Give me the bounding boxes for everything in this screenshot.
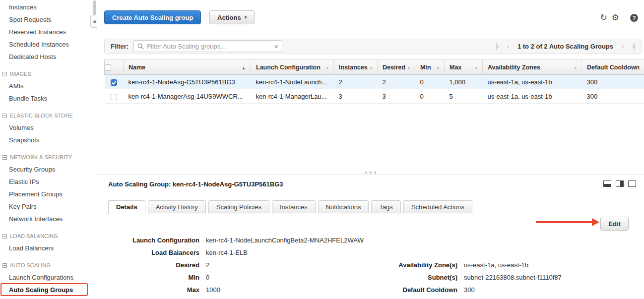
sort-icon: ▾ xyxy=(437,66,439,70)
sidebar-item-volumes[interactable]: Volumes xyxy=(0,121,97,134)
cell-name[interactable]: ken-rc4-1-NodeAsg-G5TU3P561BG3 xyxy=(124,75,251,89)
section-collapse-icon[interactable] xyxy=(2,263,7,268)
tab-notifications[interactable]: Notifications xyxy=(318,200,369,213)
next-page-button[interactable]: › xyxy=(622,42,624,50)
sidebar-item-dedicated-hosts[interactable]: Dedicated Hosts xyxy=(0,51,97,63)
sidebar-section-images[interactable]: IMAGES xyxy=(0,68,97,80)
clear-filter-icon[interactable]: × xyxy=(274,43,278,50)
column-header-max[interactable]: ▾Max xyxy=(445,60,483,75)
filter-input[interactable] xyxy=(147,43,271,50)
sidebar-section-network-security[interactable]: NETWORK & SECURITY xyxy=(0,151,97,163)
tab-scaling-policies[interactable]: Scaling Policies xyxy=(208,200,269,213)
tab-instances[interactable]: Instances xyxy=(272,200,316,213)
cell-desired[interactable]: 2 xyxy=(378,75,415,89)
full-view-icon[interactable] xyxy=(628,180,636,187)
cell-instances[interactable]: 2 xyxy=(334,75,378,89)
sidebar-item-reserved-instances[interactable]: Reserved Instances xyxy=(0,26,97,38)
sidebar-section-elastic-block-store[interactable]: ELASTIC BLOCK STORE xyxy=(0,110,97,121)
select-all-cell[interactable] xyxy=(105,60,124,75)
cell-launch-configuration[interactable]: ken-rc4-1-NodeLaunch... xyxy=(251,75,334,89)
field-label: Subnet(s) xyxy=(385,271,457,284)
field-label: Default Cooldown xyxy=(385,284,457,296)
split-right-view-icon[interactable] xyxy=(616,180,624,187)
sort-icon: ▾ xyxy=(575,66,577,70)
actions-button[interactable]: Actions ▾ xyxy=(209,10,255,24)
sidebar-item-network-interfaces[interactable]: Network Interfaces xyxy=(0,213,97,225)
refresh-icon[interactable]: ↻ xyxy=(600,13,607,22)
split-bottom-view-icon[interactable] xyxy=(603,180,611,187)
edit-button[interactable]: Edit xyxy=(600,217,629,231)
settings-gear-icon[interactable]: ⚙ xyxy=(612,13,619,22)
help-icon[interactable]: ? xyxy=(630,14,638,22)
sidebar-item-amis[interactable]: AMIs xyxy=(0,80,97,92)
sidebar-item-elastic-ips[interactable]: Elastic IPs xyxy=(0,176,97,188)
sidebar-item-load-balancers[interactable]: Load Balancers xyxy=(0,242,97,254)
sidebar: Instances Spot Requests Reserved Instanc… xyxy=(0,0,97,299)
cell-launch-configuration[interactable]: ken-rc4-1-ManagerLau... xyxy=(251,89,334,104)
tab-details[interactable]: Details xyxy=(108,200,145,214)
first-page-button[interactable]: |‹ xyxy=(496,42,499,50)
cell-min[interactable]: 0 xyxy=(415,75,445,89)
row-select-cell[interactable] xyxy=(105,75,124,89)
row-checkbox[interactable] xyxy=(111,94,117,100)
column-label: Default Cooldown xyxy=(587,64,640,71)
section-collapse-icon[interactable] xyxy=(2,72,7,76)
sidebar-item-launch-configurations[interactable]: Launch Configurations xyxy=(0,271,97,284)
cell-name[interactable]: ken-rc4-1-ManagerAsg-14US9WWCR... xyxy=(124,89,251,104)
section-collapse-icon[interactable] xyxy=(2,155,7,160)
cell-instances[interactable]: 3 xyxy=(334,89,378,104)
sidebar-item-placement-groups[interactable]: Placement Groups xyxy=(0,188,97,200)
tab-activity-history[interactable]: Activity History xyxy=(148,200,206,213)
tab-tags[interactable]: Tags xyxy=(371,200,400,213)
column-header-launch-configuration[interactable]: ▾Launch Configuration xyxy=(251,60,334,75)
details-fields: Launch Configuration ken-rc4-1-NodeLaunc… xyxy=(108,234,562,299)
sort-icon: ▾ xyxy=(408,66,410,70)
column-header-availability-zones[interactable]: ▾Availability Zones xyxy=(483,60,582,75)
row-select-cell[interactable] xyxy=(105,89,124,104)
table-row-node-asg[interactable]: ken-rc4-1-NodeAsg-G5TU3P561BG3 ken-rc4-1… xyxy=(105,75,644,89)
field-label xyxy=(385,234,457,246)
column-header-default-cooldown[interactable]: Default Cooldown xyxy=(582,60,644,75)
splitter-drag-handle[interactable] xyxy=(362,171,379,175)
cell-max[interactable]: 5 xyxy=(445,89,483,104)
sort-icon: ▾ xyxy=(370,66,372,70)
filter-label: Filter: xyxy=(111,43,129,50)
create-auto-scaling-group-button[interactable]: Create Auto Scaling group xyxy=(104,10,201,24)
previous-page-button[interactable]: ‹ xyxy=(507,42,509,50)
sidebar-item-auto-scaling-groups[interactable]: Auto Scaling Groups xyxy=(0,284,97,296)
field-value: EC2 xyxy=(206,296,379,299)
field-label: Health Check Type xyxy=(108,296,199,299)
column-header-instances[interactable]: ▾Instances xyxy=(334,60,378,75)
row-checkbox[interactable] xyxy=(111,79,117,86)
field-value xyxy=(464,234,562,246)
cell-min[interactable]: 0 xyxy=(415,89,445,104)
select-all-checkbox[interactable] xyxy=(105,64,111,71)
tab-scheduled-actions[interactable]: Scheduled Actions xyxy=(403,200,472,213)
column-label: Launch Configuration xyxy=(256,64,321,71)
sidebar-item-snapshots[interactable]: Snapshots xyxy=(0,134,97,146)
table-row-manager-asg[interactable]: ken-rc4-1-ManagerAsg-14US9WWCR... ken-rc… xyxy=(105,89,644,104)
cell-availability-zones[interactable]: us-east-1a, us-east-1b xyxy=(483,89,582,104)
sidebar-collapse-button[interactable]: ◀ xyxy=(90,15,97,28)
sidebar-item-key-pairs[interactable]: Key Pairs xyxy=(0,200,97,213)
sidebar-section-auto-scaling[interactable]: AUTO SCALING xyxy=(0,259,97,271)
cell-default-cooldown[interactable]: 300 xyxy=(582,75,644,89)
last-page-button[interactable]: ›| xyxy=(632,42,635,50)
sidebar-item-scheduled-instances[interactable]: Scheduled Instances xyxy=(0,38,97,51)
section-collapse-icon[interactable] xyxy=(2,114,7,118)
column-header-name[interactable]: ▲Name xyxy=(124,60,251,75)
section-collapse-icon[interactable] xyxy=(2,234,7,239)
sidebar-item-spot-requests[interactable]: Spot Requests xyxy=(0,13,97,26)
sidebar-item-instances[interactable]: Instances xyxy=(0,1,97,13)
cell-availability-zones[interactable]: us-east-1a, us-east-1b xyxy=(483,75,582,89)
sidebar-item-bundle-tasks[interactable]: Bundle Tasks xyxy=(0,92,97,105)
sidebar-section-label: ELASTIC BLOCK STORE xyxy=(10,113,73,119)
layout-view-icons xyxy=(603,180,636,187)
cell-desired[interactable]: 3 xyxy=(378,89,415,104)
column-header-min[interactable]: ▾Min xyxy=(415,60,445,75)
sidebar-item-security-groups[interactable]: Security Groups xyxy=(0,163,97,176)
column-header-desired[interactable]: ▾Desired xyxy=(378,60,415,75)
cell-max[interactable]: 1,000 xyxy=(445,75,483,89)
cell-default-cooldown[interactable]: 300 xyxy=(582,89,644,104)
sidebar-section-load-balancing[interactable]: LOAD BALANCING xyxy=(0,230,97,242)
